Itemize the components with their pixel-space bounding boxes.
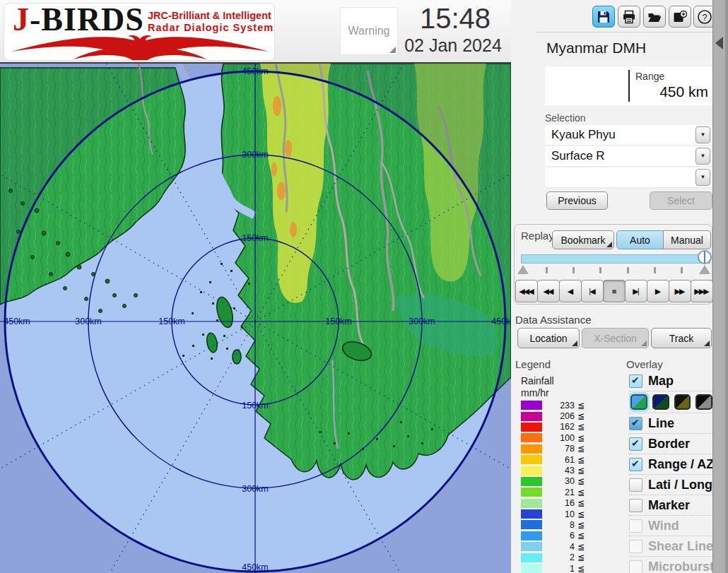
select-button[interactable]: Select: [650, 191, 712, 210]
site-dropdown[interactable]: Kyauk Phyu ▼: [545, 125, 712, 146]
overlay-row-lati-long: Lati / Long: [629, 475, 712, 495]
track-button[interactable]: Track: [651, 328, 712, 348]
svg-text:300km: 300km: [242, 484, 269, 494]
title-bar: J-BIRDS JRC-Brilliant & Intelligent Rada…: [0, 0, 511, 64]
playback-stop-button[interactable]: ■: [603, 280, 626, 302]
playback-rewind-button[interactable]: ◀◀: [537, 280, 560, 302]
legend-lte-symbol: ≦: [577, 553, 585, 562]
data-assistance-label: Data Assistance: [515, 314, 592, 326]
svg-text:450km: 450km: [242, 66, 269, 76]
playback-forward-fast-button[interactable]: ▶▶▶: [691, 280, 713, 302]
radar-map-viewport[interactable]: 450km 300km 150km 150km 300km 450km 450k…: [0, 64, 511, 573]
panel-edge-strip[interactable]: [712, 0, 728, 573]
legend-lte-symbol: ≦: [577, 422, 585, 432]
legend-color-swatch: [521, 499, 542, 508]
overlay-row-microburst: Microburst: [629, 557, 712, 573]
product-dropdown[interactable]: Surface R ▼: [545, 146, 712, 167]
legend-color-swatch: [521, 520, 542, 529]
open-folder-icon: [647, 10, 662, 24]
legend-threshold-value: 2: [542, 553, 575, 562]
extra-dropdown[interactable]: ▼: [545, 167, 712, 188]
slider-tick: [681, 267, 683, 273]
legend-threshold-value: 6: [542, 531, 575, 540]
product-dropdown-value: Surface R: [551, 149, 605, 163]
auto-mode-button[interactable]: Auto: [616, 230, 664, 249]
collapse-panel-arrow-icon[interactable]: [715, 37, 723, 49]
map-style-option-3[interactable]: [674, 394, 691, 410]
legend-color-swatch: [521, 401, 542, 410]
product-dropdown-arrow[interactable]: ▼: [695, 148, 710, 165]
legend-threshold-value: 16: [542, 498, 575, 508]
overlay-checkbox[interactable]: [629, 437, 642, 451]
site-dropdown-arrow[interactable]: ▼: [695, 126, 710, 143]
print-button[interactable]: [618, 6, 640, 28]
overlay-label: Range / AZ: [648, 457, 712, 472]
svg-text:300km: 300km: [409, 317, 435, 326]
slider-tick: [573, 267, 575, 273]
location-button[interactable]: Location: [517, 328, 580, 348]
legend-row: 61≦: [521, 454, 592, 465]
legend-row: 78≦: [521, 444, 592, 454]
bookmark-button[interactable]: Bookmark: [552, 230, 614, 249]
playback-rewind-fast-button[interactable]: ◀◀◀: [515, 280, 538, 302]
map-style-swatches: [629, 391, 712, 413]
x-section-button[interactable]: X-Section: [582, 328, 649, 348]
legend-lte-symbol: ≦: [577, 433, 585, 443]
legend-lte-symbol: ≦: [577, 498, 585, 508]
overlay-checkbox[interactable]: [629, 478, 642, 492]
replay-section: Replay Bookmark Auto Manual ◀◀◀◀◀◀|◀■▶|▶…: [514, 224, 712, 305]
legend-row: 8≦: [521, 519, 592, 530]
radar-map[interactable]: 450km 300km 150km 150km 300km 450km 450k…: [0, 64, 511, 573]
open-folder-button[interactable]: [643, 6, 666, 28]
overlay-row-shear-line: Shear Line: [629, 536, 712, 557]
playback-forward-button[interactable]: ▶▶: [669, 280, 691, 302]
legend-row: 10≦: [521, 509, 592, 519]
clock-time: 15:48: [401, 3, 509, 35]
overlay-checkbox[interactable]: [629, 374, 642, 388]
range-divider: [628, 70, 630, 102]
selection-section-label: Selection: [545, 112, 586, 124]
playback-play-button[interactable]: ▶: [647, 280, 669, 302]
timeline-end-marker[interactable]: [699, 265, 710, 274]
map-style-option-2[interactable]: [652, 394, 669, 410]
logo-tagline-2: Radar Dialogic System: [148, 22, 274, 33]
svg-text:300km: 300km: [242, 150, 269, 160]
legend-threshold-value: 8: [542, 520, 575, 530]
manual-mode-button[interactable]: Manual: [663, 230, 711, 249]
jbirds-application: 450km 300km 150km 150km 300km 450km 450k…: [0, 0, 728, 573]
map-style-option-4[interactable]: [695, 394, 712, 410]
legend-lte-symbol: ≦: [577, 542, 585, 552]
help-icon: ?: [697, 9, 712, 25]
overlay-row-line: Line: [629, 413, 712, 434]
previous-button[interactable]: Previous: [546, 191, 608, 210]
warning-selector[interactable]: Warning: [340, 7, 398, 55]
map-style-option-1[interactable]: [630, 394, 647, 410]
playback-buttons: ◀◀◀◀◀◀|◀■▶|▶▶▶▶▶▶: [515, 280, 712, 302]
station-title: Myanmar DMH: [546, 40, 646, 57]
replay-timeline-handle[interactable]: [698, 250, 712, 264]
legend-section-label: Legend: [515, 358, 551, 370]
save-button[interactable]: [592, 6, 615, 28]
legend-color-swatch: [521, 553, 542, 562]
extra-dropdown-arrow[interactable]: ▼: [695, 169, 710, 186]
legend-row: 1≦: [521, 563, 592, 573]
playback-step-back-button[interactable]: |◀: [581, 280, 604, 302]
legend-lte-symbol: ≦: [577, 509, 585, 519]
overlay-checkbox[interactable]: [629, 458, 642, 471]
playback-play-reverse-button[interactable]: ◀: [559, 280, 582, 302]
replay-timeline-track[interactable]: [521, 254, 710, 264]
legend-threshold-value: 21: [542, 488, 575, 497]
legend-threshold-value: 61: [542, 455, 575, 465]
site-dropdown-value: Kyauk Phyu: [551, 128, 616, 142]
timeline-start-marker[interactable]: [517, 265, 529, 274]
legend-threshold-value: 233: [542, 401, 575, 410]
range-value: 450 km: [659, 83, 708, 100]
overlay-label: Line: [648, 416, 674, 431]
overlay-checkbox[interactable]: [629, 499, 642, 512]
logo-tagline-1: JRC-Brilliant & Intelligent: [148, 10, 271, 21]
save-icon: [597, 10, 611, 24]
overlay-label: Microburst: [648, 560, 712, 573]
playback-step-forward-button[interactable]: ▶|: [625, 280, 647, 302]
overlay-checkbox[interactable]: [629, 417, 642, 430]
add-image-button[interactable]: [669, 6, 691, 28]
